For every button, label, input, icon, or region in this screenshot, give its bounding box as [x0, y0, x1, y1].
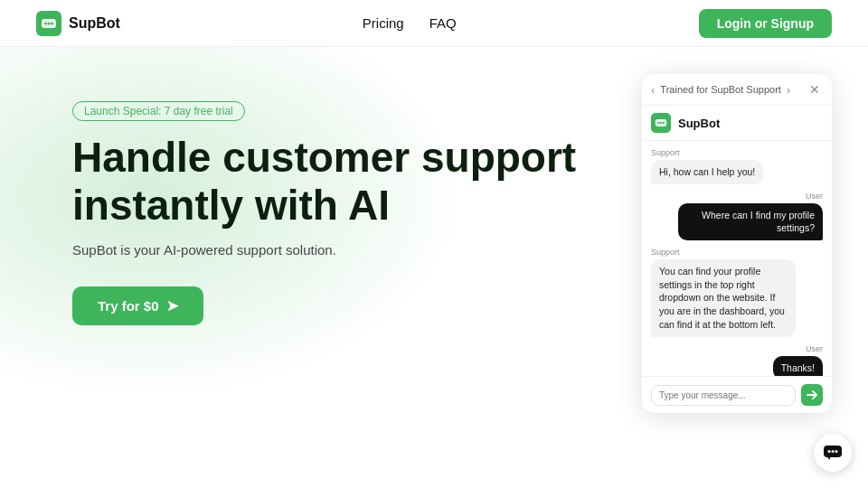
- nav-pricing[interactable]: Pricing: [363, 15, 404, 31]
- logo-text: SupBot: [69, 15, 120, 32]
- msg-bubble-support-2: You can find your profile settings in th…: [651, 259, 796, 336]
- svg-point-11: [835, 450, 838, 453]
- chat-widget: ‹ Trained for SupBot Support › ✕ SupBot: [642, 74, 832, 413]
- hero-section: Launch Special: 7 day free trial Handle …: [0, 47, 868, 488]
- chat-message-input[interactable]: [651, 385, 796, 406]
- launch-badge: Launch Special: 7 day free trial: [72, 101, 245, 121]
- msg-label-user-2: User: [651, 344, 823, 353]
- message-group-2: User Where can I find my profile setting…: [651, 192, 823, 240]
- logo-icon: [36, 11, 61, 36]
- arrow-icon: ➤: [166, 297, 178, 314]
- message-group-1: Support Hi, how can I help you!: [651, 148, 823, 184]
- chat-messages: Support Hi, how can I help you! User Whe…: [642, 141, 832, 376]
- hero-cta-label: Try for $0: [98, 298, 159, 314]
- chat-topbar-nav: ‹ Trained for SupBot Support ›: [651, 83, 790, 97]
- logo-link[interactable]: SupBot: [36, 11, 120, 36]
- msg-label-user-1: User: [651, 192, 823, 201]
- svg-point-6: [660, 122, 662, 124]
- msg-bubble-support-1: Hi, how can I help you!: [651, 160, 763, 184]
- msg-bubble-user-2: Thanks!: [773, 356, 823, 377]
- msg-bubble-user-1: Where can I find my profile settings?: [678, 203, 823, 240]
- chat-prev-arrow[interactable]: ‹: [651, 83, 655, 97]
- try-free-button[interactable]: Try for $0 ➤: [72, 286, 203, 325]
- svg-point-7: [663, 122, 665, 124]
- svg-point-10: [832, 450, 835, 453]
- svg-point-2: [48, 22, 51, 24]
- chat-topbar: ‹ Trained for SupBot Support › ✕: [642, 74, 832, 106]
- msg-label-support-1: Support: [651, 148, 823, 157]
- svg-point-3: [51, 22, 53, 24]
- chat-topbar-label: Trained for SupBot Support: [660, 84, 781, 95]
- svg-point-1: [44, 22, 47, 24]
- chat-float-button[interactable]: [814, 434, 852, 472]
- svg-point-5: [657, 122, 659, 124]
- message-group-4: User Thanks!: [651, 344, 823, 377]
- login-signup-button[interactable]: Login or Signup: [699, 9, 832, 38]
- chat-close-button[interactable]: ✕: [807, 81, 823, 98]
- message-group-3: Support You can find your profile settin…: [651, 248, 823, 336]
- svg-point-9: [828, 450, 831, 453]
- chat-bot-name: SupBot: [678, 117, 720, 130]
- chat-send-button[interactable]: [801, 384, 823, 406]
- nav-links: Pricing FAQ: [363, 15, 457, 31]
- chat-bot-icon: [651, 113, 671, 133]
- chat-header: SupBot: [642, 106, 832, 141]
- chat-input-area: [642, 376, 832, 413]
- chat-next-arrow[interactable]: ›: [787, 83, 790, 97]
- hero-title: Handle customer support instantly with A…: [72, 134, 579, 230]
- navbar: SupBot Pricing FAQ Login or Signup: [0, 0, 868, 47]
- msg-label-support-2: Support: [651, 248, 823, 257]
- nav-faq[interactable]: FAQ: [429, 15, 457, 31]
